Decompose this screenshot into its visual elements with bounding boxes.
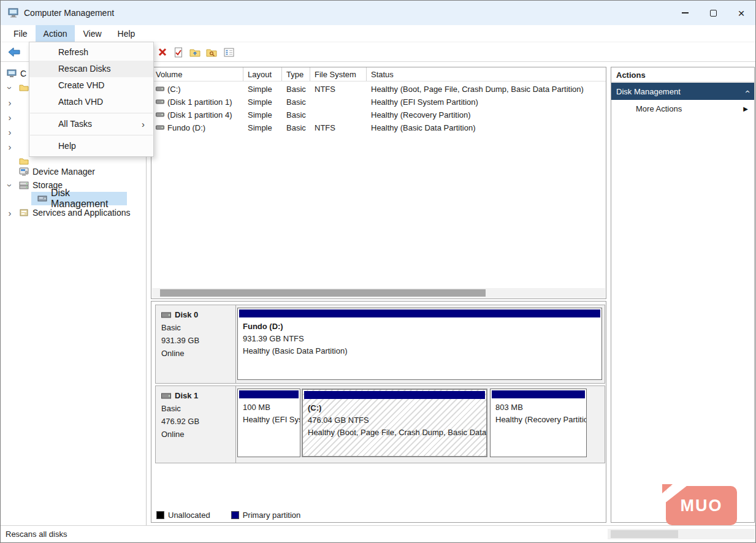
volume-list-hscrollbar[interactable]: [152, 288, 605, 298]
chevron-right-icon[interactable]: ›: [6, 97, 14, 108]
folder-icon: [19, 83, 29, 93]
menu-item-all-tasks[interactable]: All Tasks ›: [29, 116, 153, 132]
storage-icon: [19, 180, 29, 190]
column-header-file-system[interactable]: File System: [310, 67, 367, 81]
drive-icon: [161, 392, 171, 400]
tree-item-collapsed-4[interactable]: ›: [6, 140, 14, 153]
minimize-button[interactable]: [671, 1, 699, 25]
scrollbar-thumb[interactable]: [611, 530, 678, 538]
disk-status: Online: [161, 349, 235, 358]
properties-check-button[interactable]: [171, 46, 186, 58]
partition-c-selected[interactable]: (C:) 476.04 GB NTFS Healthy (Boot, Page …: [302, 389, 487, 457]
tree-item-device-manager[interactable]: Device Manager: [14, 165, 95, 178]
volume-table-header: Volume Layout Type File System Status: [151, 67, 606, 82]
menu-view-label: View: [83, 29, 101, 39]
menu-item-create-vhd[interactable]: Create VHD: [29, 77, 153, 94]
column-header-status[interactable]: Status: [367, 67, 606, 81]
menu-help-label: Help: [118, 29, 136, 39]
tree-item-collapsed-1[interactable]: ›: [6, 96, 14, 109]
menu-separator: [30, 135, 153, 135]
close-button[interactable]: ×: [727, 1, 755, 25]
volume-name: (Disk 1 partition 4): [167, 110, 232, 120]
volume-row-fundo-d[interactable]: Fundo (D:) Simple Basic NTFS Healthy (Ba…: [151, 121, 606, 134]
maximize-button[interactable]: [699, 1, 727, 25]
tree-item-disk-management[interactable]: Disk Management: [31, 192, 127, 205]
volume-icon: [156, 98, 164, 105]
list-view-button[interactable]: [221, 46, 236, 58]
bottom-right-scrollbar[interactable]: [608, 529, 755, 539]
fs-cell: [310, 108, 367, 121]
primary-partition-bar: [304, 391, 485, 399]
volume-row-disk1-partition1[interactable]: (Disk 1 partition 1) Simple Basic Health…: [151, 96, 606, 108]
menu-file[interactable]: File: [6, 25, 36, 42]
volume-icon: [156, 85, 164, 93]
type-cell: Basic: [282, 108, 310, 121]
delete-button[interactable]: [155, 46, 170, 58]
tree-item-collapsed-3[interactable]: ›: [6, 125, 14, 139]
actions-header-label: Disk Management: [616, 87, 681, 96]
back-button[interactable]: [7, 46, 21, 58]
tree-item-computer-management[interactable]: C: [2, 67, 26, 80]
disk-status: Online: [161, 430, 235, 439]
volume-row-c[interactable]: (C:) Simple Basic NTFS Healthy (Boot, Pa…: [151, 83, 606, 96]
disk1-label[interactable]: Disk 1 Basic 476.92 GB Online: [156, 386, 236, 463]
chevron-right-icon[interactable]: ›: [6, 142, 14, 152]
app-icon: [8, 8, 19, 18]
checklist-icon: [224, 48, 234, 57]
disk-name: Disk 0: [175, 310, 198, 319]
primary-partition-bar: [492, 390, 585, 398]
menu-item-rescan-disks[interactable]: Rescan Disks: [29, 61, 153, 77]
folder-search-icon: [206, 48, 217, 57]
partition-size: 803 MB: [495, 401, 581, 414]
volume-name: (C:): [167, 85, 181, 94]
disk0-label[interactable]: Disk 0 Basic 931.39 GB Online: [156, 305, 236, 383]
menu-item-label: Create VHD: [58, 77, 104, 94]
volume-icon: [156, 111, 164, 118]
menu-item-attach-vhd[interactable]: Attach VHD: [29, 94, 153, 110]
partition-status: Healthy (Basic Data Partition): [243, 345, 597, 357]
volume-row-disk1-partition4[interactable]: (Disk 1 partition 4) Simple Basic Health…: [151, 108, 606, 121]
chevron-right-icon[interactable]: ›: [6, 127, 14, 137]
menu-view[interactable]: View: [75, 25, 109, 42]
column-header-volume[interactable]: Volume: [151, 67, 243, 81]
disk-size: 476.92 GB: [161, 417, 235, 426]
menu-item-label: Help: [58, 138, 76, 154]
tree-item-services-applications[interactable]: › Services and Applications: [6, 206, 131, 219]
volume-cell: (Disk 1 partition 1): [151, 96, 243, 108]
title-bar: Computer Management ×: [1, 1, 755, 25]
partition-status: Healthy (Boot, Page File, Crash Dump, Ba…: [308, 427, 481, 439]
fs-cell: NTFS: [310, 121, 367, 134]
chevron-right-icon[interactable]: ›: [6, 208, 14, 218]
column-header-layout[interactable]: Layout: [243, 67, 282, 81]
folder-up-button[interactable]: [188, 46, 202, 58]
menu-item-label: Rescan Disks: [58, 61, 111, 77]
folder-find-button[interactable]: [204, 46, 219, 58]
primary-partition-bar: [239, 309, 600, 317]
partition-recovery[interactable]: 803 MB Healthy (Recovery Partition): [490, 389, 587, 457]
chevron-down-icon[interactable]: ›: [5, 181, 15, 189]
partition-fundo-d[interactable]: Fundo (D:) 931.39 GB NTFS Healthy (Basic…: [237, 308, 602, 380]
menu-action[interactable]: Action: [36, 25, 75, 42]
chevron-right-icon[interactable]: ›: [6, 112, 14, 123]
status-cell: Healthy (Basic Data Partition): [367, 121, 606, 134]
column-header-type[interactable]: Type: [282, 67, 310, 81]
chevron-down-icon[interactable]: ›: [5, 83, 15, 92]
chevron-up-icon[interactable]: ›: [741, 90, 752, 93]
volume-icon: [156, 124, 164, 131]
actions-panel: Actions Disk Management › More Actions ▶: [611, 67, 755, 523]
more-actions-item[interactable]: More Actions ▶: [611, 100, 754, 118]
menu-separator: [30, 113, 153, 113]
disk-size: 931.39 GB: [161, 336, 235, 345]
disk-type: Basic: [161, 323, 235, 332]
partition-efi[interactable]: 100 MB Healthy (EFI System Partition): [237, 389, 300, 457]
actions-disk-management-header[interactable]: Disk Management ›: [611, 83, 754, 100]
menu-help[interactable]: Help: [110, 25, 143, 42]
scrollbar-thumb[interactable]: [160, 289, 486, 297]
more-actions-label: More Actions: [636, 104, 682, 113]
tree-item-collapsed-2[interactable]: ›: [6, 110, 14, 124]
primary-partition-swatch: [231, 511, 239, 519]
menu-item-help[interactable]: Help: [29, 138, 153, 154]
disk-name: Disk 1: [175, 391, 198, 400]
layout-cell: Simple: [243, 121, 282, 134]
menu-item-refresh[interactable]: Refresh: [29, 44, 153, 61]
